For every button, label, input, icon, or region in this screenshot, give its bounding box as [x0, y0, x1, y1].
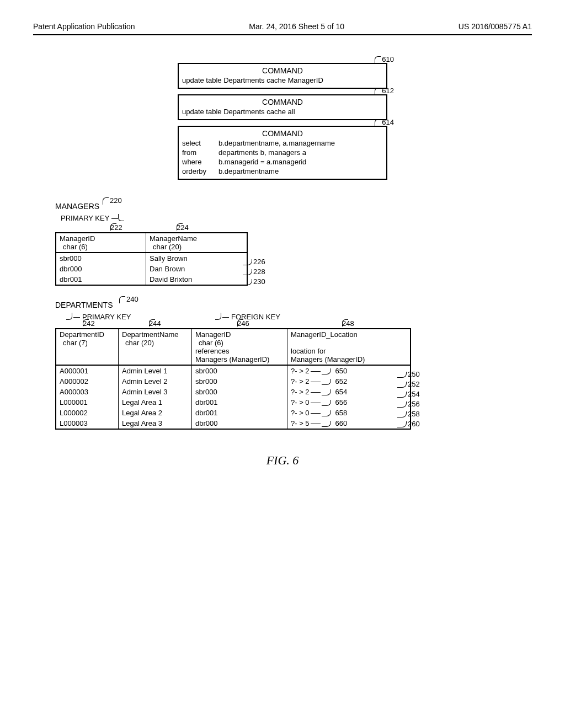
- dept-col4-name: ManagerID_Location: [291, 330, 407, 339]
- table-row: sbr000 Sally Brown: [56, 253, 247, 264]
- sql-val-orderby: b.departmentname: [218, 167, 383, 175]
- cell-loc: ?- > 0658: [287, 408, 411, 418]
- managers-col1-name: ManagerID: [60, 234, 142, 243]
- table-row: L000001 Legal Area 1 dbr001 ?- > 0656: [56, 397, 411, 408]
- callout-220: 220: [103, 196, 122, 205]
- cell: Legal Area 3: [119, 418, 192, 429]
- cell: sbr000: [192, 387, 287, 397]
- managers-title: MANAGERS 220: [55, 202, 99, 211]
- cell: David Brixton: [146, 274, 248, 285]
- cell: sbr000: [192, 376, 287, 387]
- cell: A000001: [56, 365, 119, 376]
- figure-caption: FIG. 6: [33, 453, 532, 468]
- table-row: L000003 Legal Area 3 dbr000 ?- > 5660: [56, 418, 411, 429]
- header-center: Mar. 24, 2016 Sheet 5 of 10: [249, 22, 344, 31]
- callout-258: 258: [397, 410, 420, 418]
- callout-226: 226: [243, 258, 265, 266]
- departments-table: DepartmentID char (7) DepartmentName cha…: [55, 328, 411, 430]
- sql-kw-where: where: [182, 158, 215, 166]
- managers-col2-name: ManagerName: [150, 234, 243, 243]
- table-row: A000001 Admin Level 1 sbr000 ?- > 2650: [56, 365, 411, 376]
- cell: L000003: [56, 418, 119, 429]
- command-612-title: COMMAND: [182, 98, 383, 106]
- cell: A000003: [56, 387, 119, 397]
- cell: sbr000: [56, 253, 146, 264]
- callout-256: 256: [397, 400, 420, 408]
- callout-228: 228: [243, 267, 265, 276]
- table-row: dbr000 Dan Brown: [56, 264, 247, 274]
- dept-col1-name: DepartmentID: [60, 330, 115, 339]
- dept-col1-type: char (7): [60, 339, 115, 347]
- managers-table: ManagerID char (6) ManagerName char (20)…: [55, 232, 248, 286]
- command-612-box: COMMAND update table Departments cache a…: [178, 94, 387, 120]
- command-610-body: update table Departments cache ManagerID: [182, 76, 383, 84]
- cell: Admin Level 3: [119, 387, 192, 397]
- callout-612: 612: [375, 87, 394, 95]
- callout-250: 250: [397, 370, 420, 378]
- callout-230: 230: [243, 277, 265, 286]
- cell: Admin Level 1: [119, 365, 192, 376]
- command-614-box: COMMAND select b.departmentname, a.manag…: [178, 126, 387, 180]
- dept-col3-type: char (6): [195, 339, 284, 347]
- callout-610: 610: [375, 55, 394, 63]
- command-610-group: 610 COMMAND update table Departments cac…: [178, 63, 387, 89]
- callout-614: 614: [375, 118, 394, 126]
- sql-kw-select: select: [182, 139, 215, 147]
- cell: dbr001: [56, 274, 146, 285]
- departments-section: DEPARTMENTS 240 PRIMARY KEY FOREIGN KEY …: [55, 301, 532, 431]
- dept-col4-extra2: Managers (ManagerID): [291, 355, 407, 363]
- command-612-group: 612 COMMAND update table Departments cac…: [178, 94, 387, 120]
- dept-col3-extra2: Managers (ManagerID): [195, 355, 284, 363]
- command-614-sql: select b.departmentname, a.managername f…: [182, 139, 383, 175]
- dept-col3-name: ManagerID: [195, 330, 284, 339]
- dept-col4-extra1: location for: [291, 347, 407, 355]
- cell: dbr001: [192, 408, 287, 418]
- page-header: Patent Application Publication Mar. 24, …: [33, 22, 532, 35]
- dept-col2-name: DepartmentName: [122, 330, 188, 339]
- cell-loc: ?- > 2652: [287, 376, 411, 387]
- cell: dbr000: [56, 264, 146, 274]
- header-left: Patent Application Publication: [33, 22, 135, 31]
- command-614-title: COMMAND: [182, 129, 383, 138]
- cell-loc: ?- > 2654: [287, 387, 411, 397]
- cell: Dan Brown: [146, 264, 248, 274]
- callout-254: 254: [397, 390, 420, 398]
- callout-260: 260: [397, 420, 420, 428]
- sql-kw-orderby: orderby: [182, 167, 215, 175]
- managers-col2-type: char (20): [150, 243, 243, 251]
- command-610-title: COMMAND: [182, 66, 383, 75]
- managers-col1-type: char (6): [60, 243, 142, 251]
- sql-val-select: b.departmentname, a.managername: [218, 139, 383, 147]
- table-row: A000002 Admin Level 2 sbr000 ?- > 2652: [56, 376, 411, 387]
- dept-col3-extra1: references: [195, 347, 284, 355]
- cell: L000001: [56, 397, 119, 408]
- cell: Admin Level 2: [119, 376, 192, 387]
- sql-kw-from: from: [182, 148, 215, 157]
- managers-section: MANAGERS 220 PRIMARY KEY 222 224 Manager…: [55, 202, 532, 287]
- callout-240: 240: [119, 295, 138, 303]
- cell: L000002: [56, 408, 119, 418]
- command-612-body: update table Departments cache all: [182, 108, 383, 116]
- cell: dbr000: [192, 418, 287, 429]
- cell: Sally Brown: [146, 253, 248, 264]
- command-610-box: COMMAND update table Departments cache M…: [178, 63, 387, 89]
- cell: Legal Area 2: [119, 408, 192, 418]
- table-row: dbr001 David Brixton: [56, 274, 247, 285]
- cell: A000002: [56, 376, 119, 387]
- cell: sbr000: [192, 365, 287, 376]
- sql-val-where: b.managerid = a.managerid: [218, 158, 383, 166]
- cell-loc: ?- > 2650: [287, 365, 411, 376]
- cell: Legal Area 1: [119, 397, 192, 408]
- table-row: A000003 Admin Level 3 sbr000 ?- > 2654: [56, 387, 411, 397]
- table-row: L000002 Legal Area 2 dbr001 ?- > 0658: [56, 408, 411, 418]
- command-614-group: 614 COMMAND select b.departmentname, a.m…: [178, 126, 387, 180]
- departments-title: DEPARTMENTS 240: [55, 301, 113, 309]
- cell: dbr001: [192, 397, 287, 408]
- sql-val-from: departments b, managers a: [218, 148, 383, 157]
- callout-252: 252: [397, 380, 420, 388]
- managers-pk-label: PRIMARY KEY: [61, 214, 532, 222]
- header-right: US 2016/0085775 A1: [459, 22, 532, 31]
- dept-col2-type: char (20): [122, 339, 188, 347]
- cell-loc: ?- > 5660: [287, 418, 411, 429]
- cell-loc: ?- > 0656: [287, 397, 411, 408]
